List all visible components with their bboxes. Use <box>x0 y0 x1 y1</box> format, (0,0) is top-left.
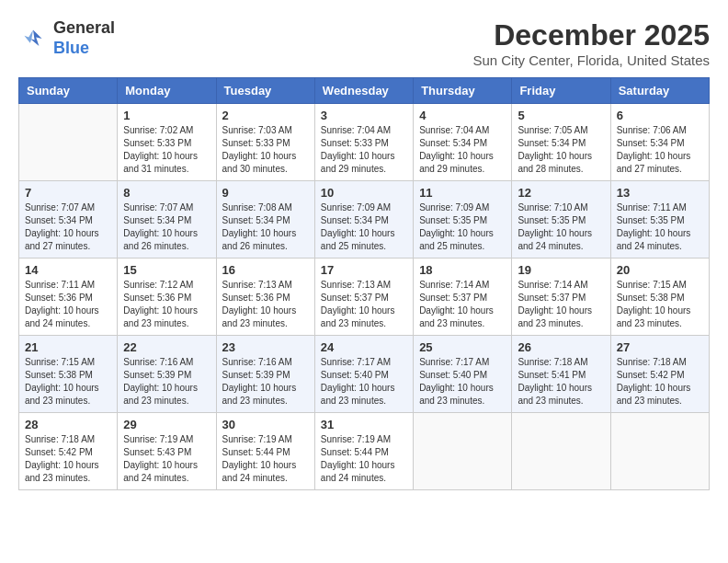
calendar-cell: 12Sunrise: 7:10 AMSunset: 5:35 PMDayligh… <box>512 181 610 259</box>
calendar-cell: 11Sunrise: 7:09 AMSunset: 5:35 PMDayligh… <box>414 181 512 259</box>
cell-date-number: 4 <box>419 109 506 122</box>
cell-date-number: 28 <box>25 418 111 431</box>
header-cell-wednesday: Wednesday <box>314 78 413 104</box>
cell-info: Sunrise: 7:16 AMSunset: 5:39 PMDaylight:… <box>222 356 309 408</box>
week-row-5: 28Sunrise: 7:18 AMSunset: 5:42 PMDayligh… <box>19 413 710 490</box>
cell-date-number: 26 <box>518 340 604 354</box>
calendar-cell: 7Sunrise: 7:07 AMSunset: 5:34 PMDaylight… <box>19 181 118 259</box>
calendar-cell: 5Sunrise: 7:05 AMSunset: 5:34 PMDaylight… <box>512 104 610 181</box>
cell-info: Sunrise: 7:15 AMSunset: 5:38 PMDaylight:… <box>617 279 703 330</box>
cell-info: Sunrise: 7:13 AMSunset: 5:37 PMDaylight:… <box>321 279 407 330</box>
header-cell-thursday: Thursday <box>414 78 512 104</box>
calendar-cell <box>610 413 709 490</box>
calendar-cell: 31Sunrise: 7:19 AMSunset: 5:44 PMDayligh… <box>314 413 413 490</box>
calendar-cell: 4Sunrise: 7:04 AMSunset: 5:34 PMDaylight… <box>414 104 512 181</box>
cell-info: Sunrise: 7:09 AMSunset: 5:35 PMDaylight:… <box>419 201 506 253</box>
cell-date-number: 23 <box>222 340 309 354</box>
cell-info: Sunrise: 7:19 AMSunset: 5:44 PMDaylight:… <box>222 433 309 485</box>
cell-date-number: 10 <box>321 186 407 200</box>
cell-info: Sunrise: 7:18 AMSunset: 5:41 PMDaylight:… <box>518 356 604 408</box>
cell-date-number: 20 <box>617 263 703 277</box>
calendar-cell: 1Sunrise: 7:02 AMSunset: 5:33 PMDaylight… <box>118 104 216 181</box>
calendar-title: December 2025 <box>472 18 710 52</box>
calendar-cell: 6Sunrise: 7:06 AMSunset: 5:34 PMDaylight… <box>610 104 709 181</box>
calendar-cell: 24Sunrise: 7:17 AMSunset: 5:40 PMDayligh… <box>314 336 413 413</box>
calendar-cell: 15Sunrise: 7:12 AMSunset: 5:36 PMDayligh… <box>118 259 216 336</box>
cell-date-number: 30 <box>222 418 309 431</box>
cell-date-number: 18 <box>419 263 506 277</box>
cell-info: Sunrise: 7:13 AMSunset: 5:36 PMDaylight:… <box>222 279 309 330</box>
calendar-cell: 22Sunrise: 7:16 AMSunset: 5:39 PMDayligh… <box>118 336 216 413</box>
calendar-cell: 21Sunrise: 7:15 AMSunset: 5:38 PMDayligh… <box>19 336 118 413</box>
cell-date-number: 21 <box>25 340 111 354</box>
calendar-cell: 16Sunrise: 7:13 AMSunset: 5:36 PMDayligh… <box>216 259 314 336</box>
calendar-cell: 26Sunrise: 7:18 AMSunset: 5:41 PMDayligh… <box>512 336 610 413</box>
cell-info: Sunrise: 7:04 AMSunset: 5:34 PMDaylight:… <box>419 124 506 176</box>
calendar-cell: 23Sunrise: 7:16 AMSunset: 5:39 PMDayligh… <box>216 336 314 413</box>
week-row-1: 1Sunrise: 7:02 AMSunset: 5:33 PMDaylight… <box>19 104 710 181</box>
cell-info: Sunrise: 7:07 AMSunset: 5:34 PMDaylight:… <box>123 201 210 253</box>
cell-info: Sunrise: 7:04 AMSunset: 5:33 PMDaylight:… <box>321 124 407 176</box>
cell-info: Sunrise: 7:17 AMSunset: 5:40 PMDaylight:… <box>419 356 506 408</box>
cell-date-number: 3 <box>321 109 407 122</box>
logo: General Blue <box>18 18 115 58</box>
cell-info: Sunrise: 7:11 AMSunset: 5:35 PMDaylight:… <box>617 201 703 253</box>
cell-date-number: 1 <box>123 109 210 122</box>
week-row-2: 7Sunrise: 7:07 AMSunset: 5:34 PMDaylight… <box>19 181 710 259</box>
cell-info: Sunrise: 7:19 AMSunset: 5:43 PMDaylight:… <box>123 433 210 485</box>
calendar-cell: 14Sunrise: 7:11 AMSunset: 5:36 PMDayligh… <box>19 259 118 336</box>
calendar-cell: 18Sunrise: 7:14 AMSunset: 5:37 PMDayligh… <box>414 259 512 336</box>
calendar-cell: 10Sunrise: 7:09 AMSunset: 5:34 PMDayligh… <box>314 181 413 259</box>
cell-info: Sunrise: 7:18 AMSunset: 5:42 PMDaylight:… <box>25 433 111 485</box>
logo-icon <box>18 24 48 53</box>
calendar-cell: 13Sunrise: 7:11 AMSunset: 5:35 PMDayligh… <box>610 181 709 259</box>
cell-date-number: 6 <box>617 109 703 122</box>
calendar-cell: 29Sunrise: 7:19 AMSunset: 5:43 PMDayligh… <box>118 413 216 490</box>
calendar-header: SundayMondayTuesdayWednesdayThursdayFrid… <box>19 78 710 104</box>
cell-date-number: 5 <box>518 109 604 122</box>
header-cell-tuesday: Tuesday <box>216 78 314 104</box>
cell-info: Sunrise: 7:03 AMSunset: 5:33 PMDaylight:… <box>222 124 309 176</box>
calendar-subtitle: Sun City Center, Florida, United States <box>472 52 710 68</box>
cell-date-number: 8 <box>123 186 210 200</box>
cell-info: Sunrise: 7:14 AMSunset: 5:37 PMDaylight:… <box>419 279 506 330</box>
cell-date-number: 31 <box>321 418 407 431</box>
cell-date-number: 17 <box>321 263 407 277</box>
calendar-cell: 9Sunrise: 7:08 AMSunset: 5:34 PMDaylight… <box>216 181 314 259</box>
cell-info: Sunrise: 7:07 AMSunset: 5:34 PMDaylight:… <box>25 201 111 253</box>
calendar-cell: 8Sunrise: 7:07 AMSunset: 5:34 PMDaylight… <box>118 181 216 259</box>
calendar-cell <box>414 413 512 490</box>
calendar-cell: 3Sunrise: 7:04 AMSunset: 5:33 PMDaylight… <box>314 104 413 181</box>
cell-date-number: 9 <box>222 186 309 200</box>
calendar-cell: 2Sunrise: 7:03 AMSunset: 5:33 PMDaylight… <box>216 104 314 181</box>
cell-info: Sunrise: 7:08 AMSunset: 5:34 PMDaylight:… <box>222 201 309 253</box>
cell-date-number: 13 <box>617 186 703 200</box>
header-cell-friday: Friday <box>512 78 610 104</box>
svg-marker-1 <box>24 29 33 42</box>
cell-date-number: 25 <box>419 340 506 354</box>
header-cell-sunday: Sunday <box>19 78 118 104</box>
cell-info: Sunrise: 7:19 AMSunset: 5:44 PMDaylight:… <box>321 433 407 485</box>
cell-date-number: 22 <box>123 340 210 354</box>
calendar-cell: 28Sunrise: 7:18 AMSunset: 5:42 PMDayligh… <box>19 413 118 490</box>
cell-info: Sunrise: 7:17 AMSunset: 5:40 PMDaylight:… <box>321 356 407 408</box>
calendar-table: SundayMondayTuesdayWednesdayThursdayFrid… <box>18 77 710 490</box>
week-row-4: 21Sunrise: 7:15 AMSunset: 5:38 PMDayligh… <box>19 336 710 413</box>
cell-date-number: 24 <box>321 340 407 354</box>
cell-info: Sunrise: 7:02 AMSunset: 5:33 PMDaylight:… <box>123 124 210 176</box>
cell-info: Sunrise: 7:06 AMSunset: 5:34 PMDaylight:… <box>617 124 703 176</box>
calendar-cell: 20Sunrise: 7:15 AMSunset: 5:38 PMDayligh… <box>610 259 709 336</box>
cell-date-number: 29 <box>123 418 210 431</box>
cell-info: Sunrise: 7:18 AMSunset: 5:42 PMDaylight:… <box>617 356 703 408</box>
cell-date-number: 11 <box>419 186 506 200</box>
cell-date-number: 27 <box>617 340 703 354</box>
cell-info: Sunrise: 7:05 AMSunset: 5:34 PMDaylight:… <box>518 124 604 176</box>
calendar-cell: 30Sunrise: 7:19 AMSunset: 5:44 PMDayligh… <box>216 413 314 490</box>
header-cell-saturday: Saturday <box>610 78 709 104</box>
cell-info: Sunrise: 7:15 AMSunset: 5:38 PMDaylight:… <box>25 356 111 408</box>
cell-date-number: 19 <box>518 263 604 277</box>
header-cell-monday: Monday <box>118 78 216 104</box>
calendar-cell: 27Sunrise: 7:18 AMSunset: 5:42 PMDayligh… <box>610 336 709 413</box>
calendar-body: 1Sunrise: 7:02 AMSunset: 5:33 PMDaylight… <box>19 104 710 490</box>
cell-info: Sunrise: 7:09 AMSunset: 5:34 PMDaylight:… <box>321 201 407 253</box>
